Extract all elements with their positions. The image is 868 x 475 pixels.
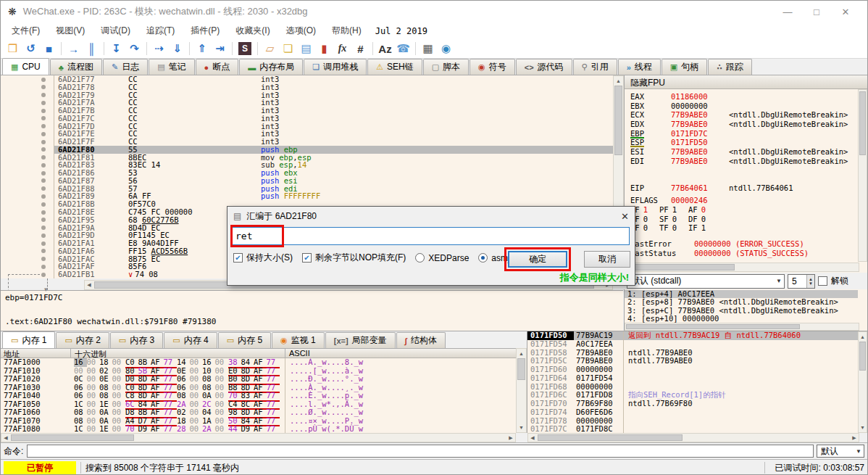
menu-item[interactable]: 追踪(T)	[138, 25, 183, 37]
hash-icon[interactable]: #	[351, 41, 370, 57]
breakpoint-dot-icon[interactable]	[41, 249, 46, 253]
scroll-left-icon[interactable]: ◀	[1, 434, 10, 442]
memory-dump-row[interactable]: 77AF100016001800C08BAF77140016003884AF77…	[1, 358, 516, 367]
menu-item[interactable]: 帮助(H)	[324, 25, 370, 37]
run-icon[interactable]: →	[64, 41, 83, 57]
breakpoint-dot-icon[interactable]	[41, 93, 46, 97]
register-row[interactable]: EDX77B9ABE0<ntdll.DbgUiRemoteBreakin>	[630, 120, 858, 129]
stack-row[interactable]: 0171FD74D60FE6D6	[527, 408, 859, 417]
tab-dump-4[interactable]: ▭内存 4	[164, 332, 217, 348]
labels-icon[interactable]: ▤	[297, 41, 315, 57]
tab-source[interactable]: <>源代码	[516, 59, 572, 75]
menu-item[interactable]: 调试(D)	[93, 25, 138, 37]
stack-row[interactable]: 0171FD7C0171FD8C	[527, 425, 859, 433]
register-row[interactable]: EAX01186000	[630, 92, 858, 102]
breakpoint-dot-icon[interactable]	[41, 171, 46, 175]
tab-notes[interactable]: ▤笔记	[149, 59, 194, 75]
stack-row[interactable]: 0171FD640171FD54	[527, 374, 859, 383]
breakpoint-dot-icon[interactable]	[41, 85, 46, 89]
register-row[interactable]: EBP0171FD7C	[630, 129, 858, 139]
command-profile-select[interactable]: 默认 ▼	[817, 445, 864, 458]
dialog-close-icon[interactable]: ✕	[609, 211, 629, 222]
stop-icon[interactable]: ■	[40, 41, 58, 57]
register-row[interactable]: ZF1PF1AF0	[630, 205, 858, 215]
register-row[interactable]: LastError00000000 (ERROR_SUCCESS)	[630, 239, 858, 249]
memory-dump-row[interactable]: 77AF10801C001E0070D9AF7728002A0044D9AF77…	[1, 425, 516, 433]
register-row[interactable]: EDI77B9ABE0<ntdll.DbgUiRemoteBreakin>	[630, 157, 858, 166]
patches-icon[interactable]: ▱	[261, 41, 279, 57]
memory-dump-row[interactable]: 77AF104006000800C88DAF7708000A007083AF77…	[1, 392, 516, 400]
breakpoint-dot-icon[interactable]	[41, 109, 46, 113]
register-row[interactable]: EBX00000000	[630, 102, 858, 111]
close-icon[interactable]: ✕	[831, 7, 860, 17]
trace-into-icon[interactable]: ⇢	[150, 41, 168, 57]
menu-item[interactable]: 收藏夹(I)	[228, 25, 277, 37]
cancel-button[interactable]: 取消	[584, 251, 630, 268]
arguments-hscrollbar[interactable]	[625, 323, 859, 331]
tab-script[interactable]: ▢脚本	[423, 59, 469, 75]
tab-dump-2[interactable]: ▭内存 2	[56, 332, 109, 348]
maximize-icon[interactable]: □	[802, 7, 831, 17]
scylla-icon[interactable]: ☎	[394, 41, 412, 57]
tab-seh[interactable]: ⚠SEH链	[367, 59, 422, 75]
breakpoint-dot-icon[interactable]	[41, 140, 46, 144]
tab-handles[interactable]: ▣句柄	[662, 59, 707, 75]
breakpoint-dot-icon[interactable]	[41, 178, 46, 183]
script-icon[interactable]: S	[238, 42, 251, 55]
scroll-up-icon[interactable]: ▲	[517, 350, 526, 358]
stack-row[interactable]: 0171FD6000000000	[527, 365, 859, 374]
registers-hscrollbar[interactable]	[625, 263, 859, 272]
scroll-right-icon[interactable]: ▶	[850, 434, 859, 442]
hide-fpu-button[interactable]: 隐藏FPU	[624, 75, 867, 89]
scroll-left-icon[interactable]: ◀	[85, 281, 93, 289]
nop-fill-checkbox[interactable]: ✔ 剩余字节以NOP填充(F)	[302, 252, 406, 264]
menu-item[interactable]: 文件(F)	[4, 25, 48, 37]
scroll-left-icon[interactable]: ◀	[528, 434, 537, 442]
calculator-icon[interactable]: ▦	[419, 41, 437, 57]
breakpoint-dot-icon[interactable]	[41, 194, 46, 199]
ok-button[interactable]: 确定	[508, 251, 567, 268]
minimize-icon[interactable]: —	[773, 7, 802, 17]
open-file-icon[interactable]: ❒	[4, 41, 22, 57]
register-row[interactable]: OF0SF0DF0	[630, 215, 858, 224]
disasm-row[interactable]: 6AD21F78CCint3	[1, 83, 613, 91]
dump-hscrollbar[interactable]: ◀ ▶	[1, 433, 516, 442]
breakpoint-dot-icon[interactable]	[41, 218, 46, 222]
menu-item[interactable]: 插件(P)	[183, 25, 228, 37]
breakpoint-dot-icon[interactable]	[41, 132, 46, 136]
functions-icon[interactable]: fx	[333, 41, 351, 57]
pause-icon[interactable]: ║	[83, 41, 101, 57]
calling-convention-select[interactable]: 默认 (stdcall) ▼	[627, 274, 785, 289]
scroll-right-icon[interactable]: ▶	[506, 434, 515, 442]
stack-vscrollbar[interactable]: ▲ ▼	[858, 331, 867, 433]
memory-dump-row[interactable]: 77AF10200C000E00D08DAF7706000800B08DAF77…	[1, 375, 516, 384]
stack-hscrollbar[interactable]: ◀ ▶	[527, 433, 859, 442]
register-row[interactable]: ESP0171FD50	[630, 138, 858, 147]
breakpoint-dot-icon[interactable]	[41, 202, 46, 207]
assembly-instruction-input[interactable]	[232, 227, 630, 245]
tab-symbols[interactable]: ◉符号	[470, 59, 515, 75]
disasm-row[interactable]: 6AD21F7CCCint3	[1, 115, 613, 123]
tab-memory-map[interactable]: ▬内存布局	[239, 59, 303, 75]
keep-size-checkbox[interactable]: ✔ 保持大小(S)	[233, 252, 293, 264]
scroll-up-icon[interactable]: ▲	[614, 77, 623, 85]
command-input[interactable]	[27, 445, 814, 458]
breakpoint-dot-icon[interactable]	[41, 155, 46, 160]
scroll-down-icon[interactable]: ▼	[517, 424, 526, 431]
internet-icon[interactable]: ◉	[437, 41, 455, 57]
breakpoint-dot-icon[interactable]	[41, 101, 46, 105]
tab-dump-5[interactable]: ▭内存 5	[218, 332, 271, 348]
breakpoint-dot-icon[interactable]	[41, 226, 46, 230]
tab-dump-3[interactable]: ▭内存 3	[110, 332, 163, 348]
tab-cpu[interactable]: ▦CPU	[2, 58, 49, 75]
stack-row[interactable]: 0171FD5077B9AC19返回到 ntdll.77B9AC19 自 ntd…	[527, 331, 859, 340]
register-row[interactable]: EIP77B64061ntdll.77B64061	[630, 183, 858, 193]
xedparse-radio[interactable]: XEDParse	[415, 253, 469, 263]
breakpoint-dot-icon[interactable]	[41, 273, 46, 277]
scroll-down-icon[interactable]: ▼	[859, 424, 867, 431]
tab-call-stack[interactable]: ❏调用堆栈	[304, 59, 367, 75]
scroll-up-icon[interactable]: ▲	[859, 333, 867, 341]
tab-breakpoints[interactable]: ●断点	[196, 59, 239, 75]
tab-references[interactable]: ⚲引用	[573, 59, 617, 75]
menu-item[interactable]: 选项(O)	[278, 25, 324, 37]
